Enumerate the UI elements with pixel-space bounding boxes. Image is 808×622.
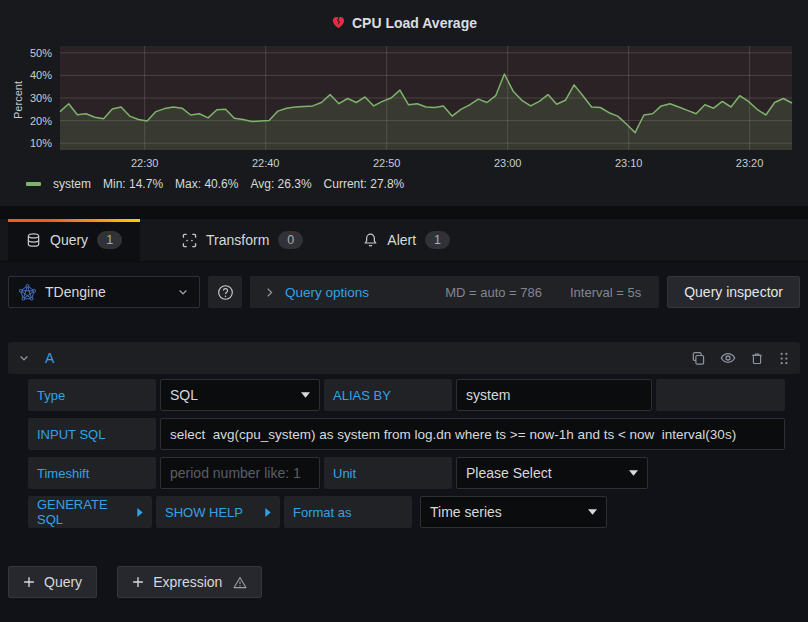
- legend-stat-current: Current: 27.8%: [324, 177, 405, 191]
- svg-text:22:30: 22:30: [131, 157, 159, 169]
- drag-handle-icon[interactable]: [778, 351, 790, 366]
- caret-right-icon: [137, 508, 143, 517]
- svg-text:23:20: 23:20: [736, 157, 764, 169]
- add-query-button[interactable]: Query: [8, 566, 97, 598]
- input-sql-field[interactable]: [160, 418, 785, 450]
- database-icon: [26, 232, 41, 248]
- question-circle-icon: [217, 284, 234, 301]
- generate-sql-button[interactable]: GENERATE SQL: [28, 496, 152, 528]
- collapse-chevron-icon[interactable]: [18, 352, 30, 364]
- type-label: Type: [28, 379, 156, 411]
- tab-alert[interactable]: Alert 1: [345, 219, 468, 261]
- caret-right-icon: [265, 508, 271, 517]
- caret-down-icon: [629, 470, 638, 476]
- svg-text:22:40: 22:40: [252, 157, 280, 169]
- query-editor-row-a: A: [8, 342, 800, 528]
- label-filler: [656, 379, 785, 411]
- warning-triangle-icon: [233, 576, 247, 589]
- tab-query-label: Query: [50, 232, 88, 248]
- tdengine-logo-icon: [19, 284, 36, 301]
- hide-query-eye-icon[interactable]: [720, 350, 736, 366]
- chevron-right-icon: [264, 287, 275, 298]
- add-expression-button[interactable]: Expression: [117, 566, 262, 598]
- duplicate-query-icon[interactable]: [691, 351, 706, 366]
- panel-title: CPU Load Average: [352, 15, 477, 31]
- query-tab-content: TDengine Query options: [0, 262, 808, 598]
- tab-alert-count: 1: [425, 231, 450, 249]
- editor-actions: Query Expression: [8, 566, 800, 598]
- svg-text:40%: 40%: [30, 69, 52, 81]
- editor-tabbar: Query 1 Transform 0: [0, 219, 808, 262]
- format-as-select[interactable]: Time series: [420, 496, 607, 528]
- svg-text:22:50: 22:50: [373, 157, 401, 169]
- caret-down-icon: [588, 509, 597, 515]
- panel-cpu-load: CPU Load Average Percent 10%20%30%40%50%…: [0, 0, 808, 206]
- legend-stat-max: Max: 40.6%: [175, 177, 238, 191]
- alert-broken-heart-icon: [331, 15, 346, 30]
- tab-transform-label: Transform: [206, 232, 269, 248]
- svg-text:20%: 20%: [30, 115, 52, 127]
- query-options-summary: MD = auto = 786 Interval = 5s: [445, 285, 645, 300]
- svg-text:23:00: 23:00: [494, 157, 522, 169]
- panel-header[interactable]: CPU Load Average: [0, 0, 808, 32]
- type-select[interactable]: SQL: [160, 379, 320, 411]
- svg-text:10%: 10%: [30, 137, 52, 149]
- bell-icon: [363, 232, 378, 248]
- tab-transform[interactable]: Transform 0: [164, 219, 321, 261]
- interval-value: Interval = 5s: [570, 285, 641, 300]
- format-as-label: Format as: [284, 496, 412, 528]
- query-toolbar: TDengine Query options: [8, 276, 800, 308]
- legend-stat-min: Min: 14.7%: [103, 177, 163, 191]
- plus-icon: [23, 576, 35, 588]
- tab-query[interactable]: Query 1: [8, 219, 140, 261]
- query-options-toggle[interactable]: Query options MD = auto = 786 Interval =…: [250, 276, 659, 308]
- tab-alert-label: Alert: [387, 232, 416, 248]
- tab-query-count: 1: [97, 231, 122, 249]
- query-inspector-button[interactable]: Query inspector: [667, 276, 800, 308]
- datasource-picker[interactable]: TDengine: [8, 276, 200, 308]
- svg-text:23:10: 23:10: [615, 157, 643, 169]
- datasource-help-button[interactable]: [208, 276, 242, 308]
- svg-text:30%: 30%: [30, 92, 52, 104]
- plus-icon: [132, 576, 144, 588]
- query-options-label: Query options: [285, 285, 369, 300]
- transform-icon: [182, 233, 197, 248]
- svg-text:50%: 50%: [30, 47, 52, 59]
- query-ref-id: A: [45, 350, 54, 366]
- chevron-down-icon: [177, 286, 189, 298]
- legend-stat-avg: Avg: 26.3%: [250, 177, 311, 191]
- query-row-actions: [691, 350, 790, 366]
- timeshift-input[interactable]: [160, 457, 320, 489]
- timeseries-chart[interactable]: 10%20%30%40%50%22:3022:4022:5023:0023:10…: [0, 40, 808, 174]
- grafana-edit-page: CPU Load Average Percent 10%20%30%40%50%…: [0, 0, 808, 598]
- datasource-name: TDengine: [45, 284, 106, 300]
- show-help-button[interactable]: SHOW HELP: [156, 496, 280, 528]
- input-sql-label: INPUT SQL: [28, 418, 156, 450]
- legend-color-system: [26, 182, 41, 186]
- unit-label: Unit: [324, 457, 452, 489]
- max-data-points-value: MD = auto = 786: [445, 285, 542, 300]
- query-row-header[interactable]: A: [8, 342, 800, 374]
- unit-select[interactable]: Please Select: [456, 457, 648, 489]
- legend-series-name[interactable]: system: [53, 177, 91, 191]
- alias-by-input[interactable]: [456, 379, 652, 411]
- alias-by-label: ALIAS BY: [324, 379, 452, 411]
- query-row-body: Type SQL ALIAS BY INPUT SQL: [8, 374, 800, 528]
- caret-down-icon: [301, 392, 310, 398]
- tab-transform-count: 0: [278, 231, 303, 249]
- delete-query-trash-icon[interactable]: [750, 351, 764, 366]
- chart-legend: system Min: 14.7% Max: 40.6% Avg: 26.3% …: [26, 177, 404, 191]
- section-divider: [0, 206, 808, 219]
- timeshift-label: Timeshift: [28, 457, 156, 489]
